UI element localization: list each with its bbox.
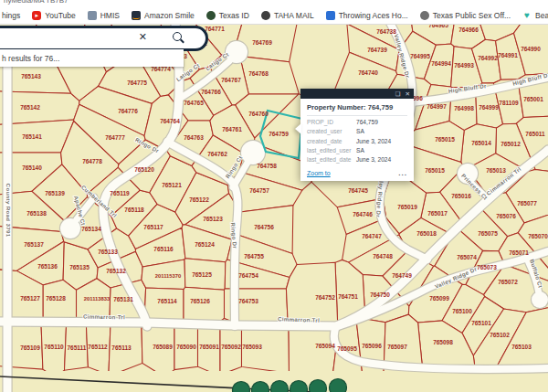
- parcel-label[interactable]: 764748: [373, 253, 393, 260]
- parcel-label[interactable]: 764769: [252, 39, 272, 46]
- parcel-label[interactable]: 764767: [221, 77, 241, 83]
- green-point-marker[interactable]: [310, 380, 327, 392]
- parcel-label[interactable]: 765138: [26, 210, 47, 217]
- map-search-input[interactable]: ✕: [0, 26, 208, 51]
- parcel-label[interactable]: 765139: [45, 190, 65, 196]
- parcel-label[interactable]: 765127: [20, 295, 40, 302]
- parcel-label[interactable]: 764761: [222, 126, 242, 132]
- parcel-label[interactable]: 765018: [416, 230, 437, 237]
- parcel-label[interactable]: 765071: [509, 249, 529, 256]
- parcel-label[interactable]: 764752: [315, 294, 335, 301]
- parcel-label[interactable]: 765091: [199, 344, 219, 350]
- parcel-label[interactable]: 765131: [113, 296, 133, 302]
- parcel-label[interactable]: 765142: [20, 104, 40, 111]
- parcel-label[interactable]: 764966: [458, 26, 479, 33]
- parcel-label[interactable]: 765141: [22, 133, 42, 140]
- parcel-label[interactable]: 765118: [124, 207, 144, 213]
- parcel-label[interactable]: 764999: [479, 104, 499, 111]
- parcel-label[interactable]: 764997: [427, 103, 447, 110]
- parcel-label[interactable]: 765120: [134, 166, 154, 173]
- parcel-label[interactable]: 201113833: [84, 296, 111, 302]
- close-icon[interactable]: ✕: [406, 89, 410, 99]
- parcel-label[interactable]: 201115370: [155, 273, 181, 279]
- parcel-label[interactable]: 764768: [248, 70, 269, 77]
- parcel-label[interactable]: 764747: [362, 233, 382, 239]
- bookmark-item[interactable]: Amazon Smile: [132, 11, 195, 20]
- parcel-label[interactable]: 765140: [22, 164, 42, 171]
- parcel-label[interactable]: 764995: [410, 53, 430, 59]
- parcel-label[interactable]: 765125: [192, 271, 212, 278]
- bookmark-item[interactable]: hings: [2, 11, 20, 20]
- parcel-label[interactable]: 764990: [521, 46, 541, 52]
- parcel-label[interactable]: 764777: [105, 134, 125, 141]
- parcel-label[interactable]: 765090: [176, 344, 196, 350]
- parcel-label[interactable]: 765077: [517, 200, 537, 207]
- parcel-label[interactable]: 765014: [471, 140, 491, 146]
- parcel-label[interactable]: 764749: [392, 272, 412, 279]
- parcel-label[interactable]: 764760: [248, 111, 269, 117]
- parcel-label[interactable]: 764771: [205, 26, 225, 32]
- parcel-label[interactable]: 765093: [242, 344, 262, 350]
- zoom-to-link[interactable]: Zoom to: [307, 170, 331, 176]
- parcel-label[interactable]: 764745: [348, 187, 368, 194]
- parcel-label[interactable]: 764755: [244, 253, 264, 260]
- parcel-label[interactable]: 764992: [478, 55, 498, 61]
- parcel-label[interactable]: 765100: [452, 308, 472, 314]
- green-point-marker[interactable]: [330, 379, 347, 392]
- parcel-label[interactable]: 781109: [499, 100, 519, 106]
- bookmark-item[interactable]: ♥Beanstack: [522, 11, 548, 20]
- parcel-label[interactable]: 764739: [367, 47, 387, 53]
- bookmark-item[interactable]: TAHA MAIL: [261, 11, 314, 20]
- parcel-label[interactable]: 765074: [457, 254, 477, 260]
- dock-icon[interactable]: ❏: [395, 89, 401, 99]
- parcel-label[interactable]: 764757: [249, 187, 269, 194]
- parcel-label[interactable]: 764993: [454, 62, 474, 69]
- parcel-label[interactable]: 765011: [525, 131, 545, 137]
- parcel-label[interactable]: 764754: [238, 272, 258, 279]
- parcel-label[interactable]: 765075: [478, 230, 498, 237]
- parcel-label[interactable]: 764778: [82, 158, 102, 164]
- parcel-label[interactable]: 765016: [451, 193, 471, 199]
- bookmark-item[interactable]: Texas Public Sex Off...: [420, 11, 511, 20]
- parcel-label[interactable]: 765121: [162, 182, 182, 188]
- parcel-label[interactable]: 765013: [486, 167, 506, 174]
- search-icon[interactable]: [173, 32, 182, 41]
- parcel-label[interactable]: 764765: [184, 100, 204, 106]
- parcel-label[interactable]: 765116: [153, 246, 174, 252]
- bookmark-item[interactable]: Texas ID: [206, 11, 249, 20]
- parcel-label[interactable]: 764762: [207, 151, 227, 157]
- parcel-label[interactable]: 764775: [127, 79, 147, 86]
- parcel-label[interactable]: 765135: [69, 264, 90, 270]
- parcel-label[interactable]: 765072: [498, 279, 518, 285]
- parcel-label[interactable]: 765134: [81, 226, 101, 232]
- clear-search-icon[interactable]: ✕: [139, 31, 147, 43]
- parcel-label[interactable]: 764759: [269, 131, 289, 137]
- parcel-label[interactable]: 764994: [431, 60, 451, 67]
- parcel-cell[interactable]: [286, 262, 337, 322]
- parcel-label[interactable]: 765070: [528, 233, 548, 239]
- parcel-label[interactable]: 765119: [110, 190, 130, 196]
- parcel-label[interactable]: 765102: [490, 332, 510, 338]
- parcel-label[interactable]: 765101: [471, 320, 491, 326]
- parcel-label[interactable]: 765123: [203, 216, 223, 222]
- parcel-label[interactable]: 764746: [353, 211, 373, 217]
- parcel-label[interactable]: 765132: [106, 268, 126, 274]
- parcel-label[interactable]: 764991: [498, 52, 518, 58]
- parcel-label[interactable]: 764774: [151, 66, 171, 72]
- parcel-label[interactable]: 765128: [46, 295, 66, 302]
- parcel-label[interactable]: 765133: [98, 249, 118, 255]
- parcel-label[interactable]: 764740: [358, 69, 378, 76]
- parcel-label[interactable]: 765126: [190, 298, 210, 304]
- parcel-label[interactable]: 764751: [338, 293, 358, 300]
- parcel-label[interactable]: 764753: [238, 298, 258, 304]
- parcel-label[interactable]: 764764: [160, 118, 180, 124]
- parcel-label[interactable]: 765099: [429, 295, 449, 302]
- parcel-label[interactable]: 764750: [370, 291, 390, 298]
- parcel-label[interactable]: 765112: [88, 344, 108, 350]
- bookmark-item[interactable]: Throwing Aces Ho...: [326, 11, 408, 20]
- parcel-label[interactable]: 765015: [435, 136, 455, 143]
- parcel-label[interactable]: 765001: [523, 96, 543, 102]
- parcel-label[interactable]: 764998: [454, 105, 474, 111]
- parcel-label[interactable]: 764756: [254, 224, 274, 230]
- parcel-label[interactable]: 765124: [195, 241, 215, 248]
